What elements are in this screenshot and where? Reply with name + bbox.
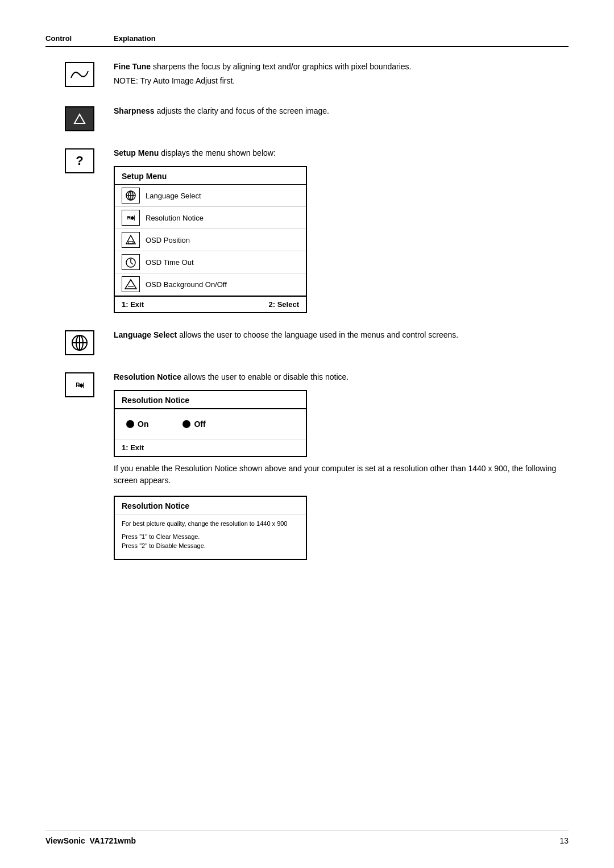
fine-tune-rest: sharpens the focus by aligning text and/… [151, 62, 411, 71]
svg-marker-12 [125, 280, 136, 289]
menu-icon-resolution: R◆| [122, 210, 140, 226]
resolution-info-line3-text: Press "2" to Disable Message. [122, 542, 206, 549]
setup-menu-select: 2: Select [269, 300, 299, 309]
menu-item-osd-timeout: OSD Time Out [115, 251, 306, 273]
entry-sharpness: Sharpness adjusts the clarity and focus … [45, 105, 569, 131]
resolution-body-paragraph: If you enable the Resolution Notice show… [114, 463, 569, 487]
menu-icon-osd-position [122, 232, 140, 248]
setup-menu-text: Setup Menu displays the menu shown below… [114, 147, 569, 159]
resolution-info-body: For best picture quality, change the res… [115, 514, 306, 559]
language-select-term: Language Select [114, 330, 177, 339]
setup-menu-exit: 1: Exit [122, 300, 144, 309]
entry-fine-tune: Fine Tune sharpens the focus by aligning… [45, 61, 569, 89]
header-explanation: Explanation [114, 34, 156, 43]
language-select-description: Language Select allows the user to choos… [114, 329, 569, 343]
icon-cell-language [45, 329, 114, 355]
icon-cell-setup-menu: ? [45, 147, 114, 173]
sharpness-description: Sharpness adjusts the clarity and focus … [114, 105, 569, 119]
on-label: On [138, 420, 148, 429]
menu-item-osd-position: OSD Position [115, 229, 306, 251]
setup-menu-box-title: Setup Menu [115, 167, 306, 185]
resolution-notice-term: Resolution Notice [114, 372, 181, 381]
off-bullet [182, 420, 190, 428]
fine-tune-text: Fine Tune sharpens the focus by aligning… [114, 61, 569, 73]
language-select-text: Language Select allows the user to choos… [114, 329, 569, 341]
table-header: Control Explanation [45, 34, 569, 47]
off-label: Off [194, 420, 205, 429]
resolution-notice-text: Resolution Notice allows the user to ena… [114, 371, 569, 383]
resolution-notice-footer: 1: Exit [115, 439, 306, 456]
menu-label-language: Language Select [146, 192, 201, 200]
header-control: Control [45, 34, 114, 43]
menu-item-language: Language Select [115, 185, 306, 207]
menu-icon-osd-bg [122, 276, 140, 292]
resolution-info-line2-text: Press "1" to Clear Message. [122, 533, 200, 540]
sharpness-term: Sharpness [114, 106, 155, 115]
sharpness-icon [65, 106, 94, 131]
entry-resolution-notice: R◆| Resolution Notice allows the user to… [45, 371, 569, 560]
fine-tune-description: Fine Tune sharpens the focus by aligning… [114, 61, 569, 89]
language-select-rest: allows the user to choose the language u… [177, 330, 458, 339]
resolution-option-off: Off [182, 420, 205, 429]
resolution-info-box: Resolution Notice For best picture quali… [114, 496, 307, 560]
setup-menu-icon: ? [65, 148, 94, 173]
footer-brand: ViewSonic VA1721wmb [45, 836, 136, 845]
menu-item-osd-bg: OSD Background On/Off [115, 273, 306, 296]
fine-tune-icon [65, 62, 94, 87]
entry-setup-menu: ? Setup Menu displays the menu shown bel… [45, 147, 569, 313]
resolution-notice-icon: R◆| [65, 372, 94, 397]
resolution-info-line2: Press "1" to Clear Message. Press "2" to… [122, 532, 299, 551]
brand-name: ViewSonic [45, 836, 85, 845]
entry-language-select: Language Select allows the user to choos… [45, 329, 569, 355]
fine-tune-term: Fine Tune [114, 62, 151, 71]
sharpness-text: Sharpness adjusts the clarity and focus … [114, 105, 569, 117]
menu-item-resolution: R◆| Resolution Notice [115, 207, 306, 229]
footer-page-number: 13 [559, 836, 569, 845]
menu-label-osd-position: OSD Position [146, 236, 190, 244]
setup-menu-description: Setup Menu displays the menu shown below… [114, 147, 569, 313]
menu-icon-osd-timeout [122, 254, 140, 270]
sharpness-rest: adjusts the clarity and focus of the scr… [155, 106, 329, 115]
page-content: Control Explanation Fine Tune sharpens t… [0, 0, 614, 621]
resolution-exit: 1: Exit [122, 443, 144, 452]
setup-menu-footer: 1: Exit 2: Select [115, 296, 306, 312]
resolution-info-title: Resolution Notice [115, 497, 306, 514]
resolution-options: On Off [115, 409, 306, 439]
menu-icon-language [122, 188, 140, 203]
setup-menu-box: Setup Menu Language Select R◆| Re [114, 166, 307, 313]
icon-cell-sharpness [45, 105, 114, 131]
setup-menu-term: Setup Menu [114, 148, 159, 157]
language-select-icon [65, 330, 94, 355]
menu-label-resolution: Resolution Notice [146, 214, 204, 222]
model-name: VA1721wmb [90, 836, 136, 845]
menu-label-osd-timeout: OSD Time Out [146, 258, 194, 267]
svg-line-11 [131, 263, 133, 264]
svg-marker-7 [126, 235, 135, 244]
icon-cell-resolution: R◆| [45, 371, 114, 397]
on-bullet [126, 420, 134, 428]
resolution-notice-description: Resolution Notice allows the user to ena… [114, 371, 569, 560]
resolution-notice-box: Resolution Notice On Off 1: Exit [114, 390, 307, 457]
icon-cell-fine-tune [45, 61, 114, 87]
resolution-notice-rest: allows the user to enable or disable thi… [181, 372, 349, 381]
resolution-notice-box-title: Resolution Notice [115, 391, 306, 409]
fine-tune-note: NOTE: Try Auto Image Adjust first. [114, 75, 569, 87]
page-footer: ViewSonic VA1721wmb 13 [45, 830, 569, 845]
resolution-info-line1: For best picture quality, change the res… [122, 519, 299, 529]
menu-label-osd-bg: OSD Background On/Off [146, 280, 227, 289]
resolution-option-on: On [126, 420, 148, 429]
setup-menu-rest: displays the menu shown below: [159, 148, 275, 157]
